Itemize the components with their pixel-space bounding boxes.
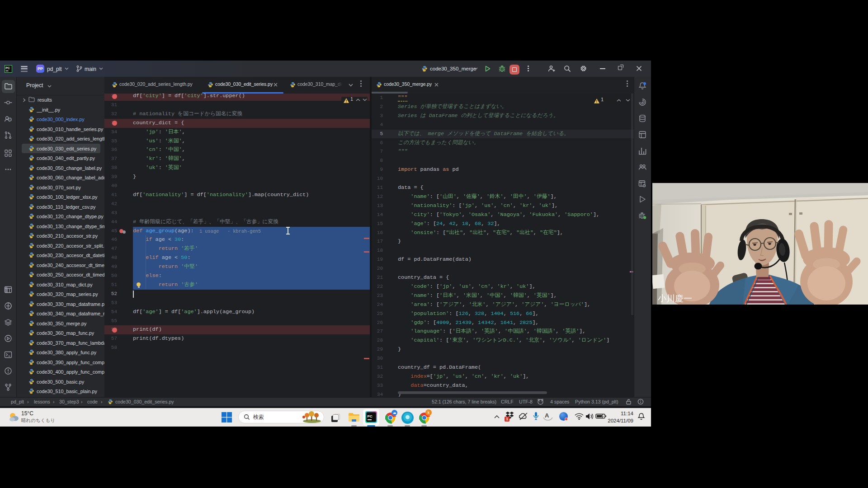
svg-text:?: ? <box>9 118 10 121</box>
svg-text:PC: PC <box>368 414 373 418</box>
svg-text:PC: PC <box>5 66 10 70</box>
svg-text:小川慶一: 小川慶一 <box>658 294 692 303</box>
